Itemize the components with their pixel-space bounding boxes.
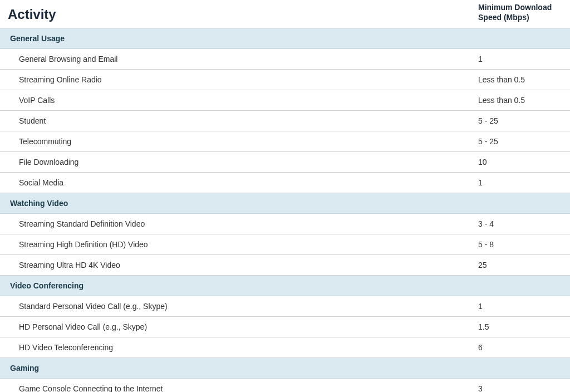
activity-cell: Streaming Ultra HD 4K Video xyxy=(0,261,478,270)
header-speed: Minimum Download Speed (Mbps) xyxy=(478,2,570,22)
table-row: HD Video Teleconferencing 6 xyxy=(0,337,570,358)
speed-cell: 1 xyxy=(478,55,570,63)
activity-cell: Standard Personal Video Call (e.g., Skyp… xyxy=(0,302,478,311)
speed-cell: Less than 0.5 xyxy=(478,96,570,105)
table-row: Standard Personal Video Call (e.g., Skyp… xyxy=(0,296,570,317)
speed-cell: 3 xyxy=(478,384,570,392)
speed-cell: 5 - 25 xyxy=(478,116,570,125)
table-row: File Downloading 10 xyxy=(0,152,570,173)
speed-cell: Less than 0.5 xyxy=(478,75,570,84)
speed-cell: 1.5 xyxy=(478,322,570,331)
table-row: VoIP Calls Less than 0.5 xyxy=(0,90,570,111)
category-label: General Usage xyxy=(10,34,560,43)
table-row: Streaming Ultra HD 4K Video 25 xyxy=(0,255,570,276)
speed-cell: 5 - 25 xyxy=(478,137,570,146)
table-row: General Browsing and Email 1 xyxy=(0,49,570,70)
speed-cell: 3 - 4 xyxy=(478,219,570,228)
table-row: Streaming Standard Definition Video 3 - … xyxy=(0,214,570,234)
activity-cell: Telecommuting xyxy=(0,137,478,146)
activity-cell: General Browsing and Email xyxy=(0,55,478,63)
category-label: Gaming xyxy=(10,364,560,373)
category-row: General Usage xyxy=(0,28,570,49)
activity-cell: VoIP Calls xyxy=(0,96,478,105)
speed-table: Activity Minimum Download Speed (Mbps) G… xyxy=(0,0,570,392)
header-activity: Activity xyxy=(0,7,478,22)
speed-cell: 1 xyxy=(478,302,570,311)
table-row: Telecommuting 5 - 25 xyxy=(0,131,570,152)
table-row: Streaming Online Radio Less than 0.5 xyxy=(0,70,570,90)
speed-cell: 10 xyxy=(478,158,570,166)
table-row: Streaming High Definition (HD) Video 5 -… xyxy=(0,234,570,255)
activity-cell: Streaming High Definition (HD) Video xyxy=(0,240,478,249)
activity-cell: Streaming Online Radio xyxy=(0,75,478,84)
table-row: Student 5 - 25 xyxy=(0,111,570,131)
speed-cell: 1 xyxy=(478,178,570,187)
table-row: Social Media 1 xyxy=(0,173,570,193)
category-row: Gaming xyxy=(0,358,570,379)
speed-cell: 6 xyxy=(478,343,570,352)
category-row: Video Conferencing xyxy=(0,276,570,296)
table-row: Game Console Connecting to the Internet … xyxy=(0,379,570,392)
category-row: Watching Video xyxy=(0,193,570,214)
activity-cell: HD Personal Video Call (e.g., Skype) xyxy=(0,322,478,331)
table-row: HD Personal Video Call (e.g., Skype) 1.5 xyxy=(0,317,570,337)
activity-cell: Game Console Connecting to the Internet xyxy=(0,384,478,392)
category-label: Video Conferencing xyxy=(10,281,560,290)
category-label: Watching Video xyxy=(10,199,560,208)
activity-cell: Social Media xyxy=(0,178,478,187)
activity-cell: File Downloading xyxy=(0,158,478,166)
speed-cell: 25 xyxy=(478,261,570,270)
speed-cell: 5 - 8 xyxy=(478,240,570,249)
activity-cell: Streaming Standard Definition Video xyxy=(0,219,478,228)
activity-cell: HD Video Teleconferencing xyxy=(0,343,478,352)
activity-cell: Student xyxy=(0,116,478,125)
table-header-row: Activity Minimum Download Speed (Mbps) xyxy=(0,0,570,28)
